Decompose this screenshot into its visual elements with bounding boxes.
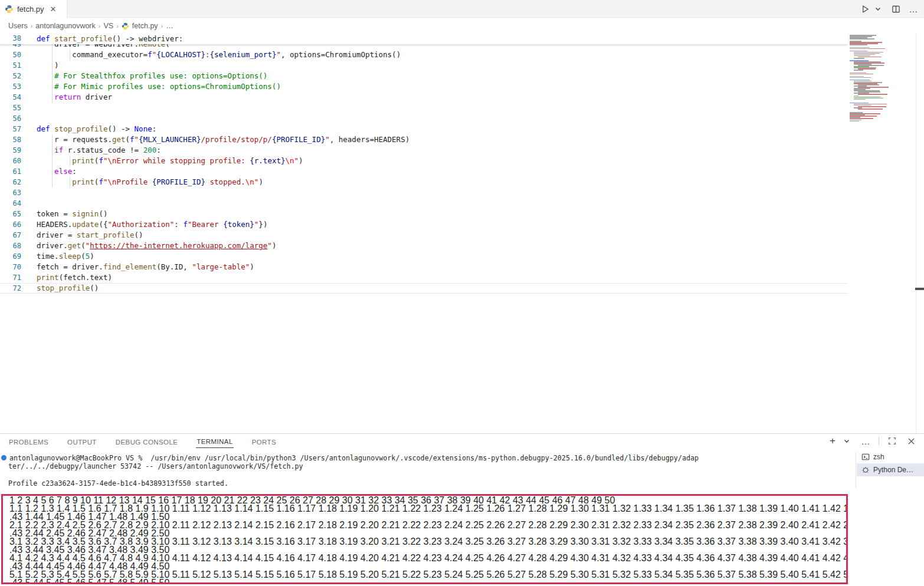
terminal-dropdown-chevron-icon[interactable] — [841, 435, 853, 447]
code-line[interactable]: 69time.sleep(5) — [0, 251, 848, 262]
line-number[interactable]: 68 — [0, 241, 21, 251]
terminal-icon — [861, 453, 870, 461]
code-line[interactable]: 52 # For Stealthfox profiles use: option… — [0, 71, 848, 81]
terminal-table-line: .43 4.44 4.45 4.46 4.47 4.48 4.49 4.50 — [3, 562, 846, 571]
panel-tab-debug-console[interactable]: DEBUG CONSOLE — [115, 436, 179, 448]
run-dropdown-chevron-icon[interactable] — [872, 3, 884, 15]
code-line-text: time.sleep(5) — [37, 251, 94, 262]
code-editor[interactable]: 49 driver = webdriver.Remote(50 command_… — [0, 33, 924, 433]
code-line[interactable]: 50 command_executor=f"{LOCALHOST}:{selen… — [0, 50, 848, 60]
code-line[interactable]: 70fetch = driver.find_element(By.ID, "la… — [0, 262, 848, 272]
line-number[interactable]: 52 — [0, 71, 21, 81]
code-line-text: return driver — [37, 92, 112, 103]
line-number[interactable]: 62 — [0, 177, 21, 187]
code-line[interactable]: 51 ) — [0, 60, 848, 71]
minimap-code-line — [854, 70, 863, 71]
code-line[interactable]: 61 else: — [0, 166, 848, 177]
new-terminal-button[interactable]: + — [827, 435, 838, 447]
code-line[interactable]: 55 — [0, 103, 848, 113]
panel-more-actions-button[interactable]: … — [860, 435, 871, 447]
code-line-text: r = requests.get(f"{MLX_LAUNCHER}/profil… — [37, 134, 409, 145]
line-number[interactable]: 50 — [0, 50, 21, 60]
code-line-text: print(fetch.text) — [37, 272, 112, 283]
split-editor-button[interactable] — [890, 3, 902, 15]
editor-actions: … — [859, 0, 919, 18]
code-line-text: driver = start_profile() — [37, 230, 143, 241]
code-line[interactable]: 68driver.get("https://the-internet.herok… — [0, 241, 848, 251]
code-line[interactable]: 56 — [0, 113, 848, 124]
code-line[interactable]: 53 # For Mimic profiles use: options=Chr… — [0, 81, 848, 92]
maximize-panel-button[interactable] — [886, 435, 898, 447]
line-number[interactable]: 59 — [0, 145, 21, 156]
line-number[interactable]: 56 — [0, 113, 21, 124]
code-line[interactable]: 64 — [0, 198, 848, 209]
tab-close-icon[interactable]: ✕ — [50, 5, 57, 14]
code-line-text: def start_profile() -> webdriver: — [37, 33, 183, 44]
panel-tab-ports[interactable]: PORTS — [251, 436, 277, 448]
line-number[interactable]: 61 — [0, 166, 21, 177]
line-number[interactable]: 67 — [0, 230, 21, 241]
line-number[interactable]: 71 — [0, 272, 21, 283]
minimap-code-line — [858, 106, 886, 107]
line-number[interactable]: 64 — [0, 198, 21, 209]
line-number[interactable]: 65 — [0, 209, 21, 219]
code-line[interactable]: 54 return driver — [0, 92, 848, 103]
terminal-tab-label: Python De… — [873, 466, 913, 474]
minimap-code-line — [858, 108, 883, 110]
line-number[interactable]: 69 — [0, 251, 21, 262]
minimap[interactable] — [848, 33, 924, 433]
code-line-text: command_executor=f"{LOCALHOST}:{selenium… — [37, 50, 401, 60]
code-line[interactable]: 65token = signin() — [0, 209, 848, 219]
breadcrumb-item[interactable]: VS — [103, 22, 113, 30]
line-number: 38 — [0, 33, 21, 44]
line-number[interactable]: 54 — [0, 92, 21, 103]
panel-tab-problems[interactable]: PROBLEMS — [8, 436, 49, 448]
breadcrumb-separator: › — [116, 22, 119, 29]
breadcrumb-item[interactable]: Users — [8, 22, 28, 30]
code-line[interactable]: 59 if r.status_code != 200: — [0, 145, 848, 156]
code-line[interactable]: 63 — [0, 187, 848, 198]
terminal-sidebar-separator — [856, 452, 856, 488]
code-line-text: driver.get("https://the-internet.herokua… — [37, 241, 276, 251]
line-number[interactable]: 63 — [0, 187, 21, 198]
code-line[interactable]: 57def stop_profile() -> None: — [0, 124, 848, 134]
line-number[interactable]: 70 — [0, 262, 21, 272]
panel-tab-bar: PROBLEMSOUTPUTDEBUG CONSOLETERMINALPORTS — [0, 434, 924, 450]
breadcrumb-item[interactable]: … — [166, 22, 173, 30]
current-line-highlight — [0, 283, 848, 294]
line-number[interactable]: 60 — [0, 156, 21, 166]
line-number[interactable]: 58 — [0, 134, 21, 145]
line-number[interactable]: 66 — [0, 219, 21, 230]
breadcrumb-separator: › — [161, 22, 163, 29]
code-line[interactable]: 62 print(f"\nProfile {PROFILE_ID} stoppe… — [0, 177, 848, 187]
panel-actions: + … — [827, 435, 917, 447]
line-number[interactable]: 57 — [0, 124, 21, 134]
command-decoration-dot[interactable] — [1, 454, 9, 462]
code-line[interactable]: 66HEADERS.update({"Authorization": f"Bea… — [0, 219, 848, 230]
terminal-table-line: .43 2.44 2.45 2.46 2.47 2.48 2.49 2.50 — [3, 529, 846, 538]
run-python-file-button[interactable] — [859, 3, 871, 15]
minimap-code-line — [850, 77, 871, 78]
code-line[interactable]: 67driver = start_profile() — [0, 230, 848, 241]
panel-tab-terminal[interactable]: TERMINAL — [196, 436, 233, 448]
sticky-scroll-line[interactable]: 38def start_profile() -> webdriver: — [0, 33, 848, 44]
terminal-tab-label: zsh — [873, 453, 884, 461]
breadcrumb-item[interactable]: fetch.py — [132, 22, 158, 30]
editor-tab-bar: fetch.py ✕ … — [0, 0, 924, 18]
minimap-code-line — [854, 58, 864, 59]
line-number[interactable]: 55 — [0, 103, 21, 113]
code-line[interactable]: 60 print(f"\nError while stopping profil… — [0, 156, 848, 166]
more-actions-button[interactable]: … — [907, 3, 919, 15]
line-number[interactable]: 53 — [0, 81, 21, 92]
highlight-box: 1 2 3 4 5 6 7 8 9 10 11 12 13 14 15 16 1… — [1, 494, 848, 584]
panel-tab-output[interactable]: OUTPUT — [67, 436, 97, 448]
breadcrumb-item[interactable]: antonlagunovwork — [35, 22, 95, 30]
terminal-tab-pythonde[interactable]: Python De… — [857, 463, 924, 476]
terminal-table-line: 5.1 5.2 5.3 5.4 5.5 5.6 5.7 5.8 5.9 5.10… — [3, 571, 846, 579]
tab-fetch-py[interactable]: fetch.py ✕ — [0, 0, 67, 18]
code-line[interactable]: 58 r = requests.get(f"{MLX_LAUNCHER}/pro… — [0, 134, 848, 145]
close-panel-button[interactable] — [905, 435, 917, 447]
line-number[interactable]: 51 — [0, 60, 21, 71]
terminal-tab-zsh[interactable]: zsh — [857, 450, 924, 463]
code-line[interactable]: 71print(fetch.text) — [0, 272, 848, 283]
